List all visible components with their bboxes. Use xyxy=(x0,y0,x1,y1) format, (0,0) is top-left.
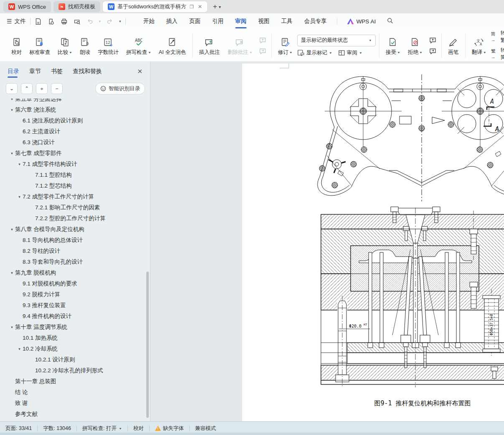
toc-item[interactable]: 参考文献 xyxy=(0,409,146,420)
toc-item[interactable]: ▾第九章 脱模机构 xyxy=(0,267,146,278)
toc-collapse-arrow-icon[interactable]: ▾ xyxy=(16,347,23,351)
toc-item[interactable]: ▾第六章 浇注系统 xyxy=(0,104,146,115)
toc-collapse-arrow-icon[interactable]: ▾ xyxy=(16,195,23,199)
previous-change-button[interactable] xyxy=(428,36,438,44)
toc-item[interactable]: 7.1.2 型芯结构 xyxy=(0,181,146,191)
export-icon[interactable] xyxy=(48,18,55,25)
next-comment-button[interactable] xyxy=(258,47,268,55)
toc-item[interactable]: 7.2.2 型腔的工作尺寸的计算 xyxy=(0,213,146,224)
toc-item[interactable]: ▾第七章 成型零部件 xyxy=(0,148,146,159)
toc-item[interactable]: 致 谢 xyxy=(0,398,146,409)
sidebar-tab-contents[interactable]: 目录 xyxy=(8,68,19,79)
to-simplified-button[interactable]: 繁→ 转简 xyxy=(491,47,504,61)
toc-item[interactable]: ▾7.2 成型零件工作尺寸的计算 xyxy=(0,191,146,202)
menu-reference[interactable]: 引用 xyxy=(206,15,229,28)
delete-comment-button[interactable]: 删除批注▼ xyxy=(224,33,255,58)
proofread-button[interactable]: 校对 xyxy=(8,33,25,58)
collapse-all-button[interactable]: − xyxy=(51,83,63,94)
toc-collapse-arrow-icon[interactable]: ▾ xyxy=(9,271,15,275)
toc-item[interactable]: ▾第五章 分型面选择 xyxy=(0,99,146,104)
undo-chevron-icon[interactable]: ▾ xyxy=(99,19,101,23)
tab-window-icon[interactable]: ❐ xyxy=(190,4,194,10)
compatibility-mode-badge[interactable]: 兼容模式 xyxy=(190,425,221,432)
ink-pen-button[interactable]: 画笔 xyxy=(445,33,462,58)
sidebar-scrollbar[interactable] xyxy=(146,272,149,418)
toc-item[interactable]: ▾第八章 合模导向及定位机构 xyxy=(0,224,146,235)
spellcheck-indicator[interactable]: 拼写检查: 打开▼ xyxy=(77,425,127,432)
sidebar-tab-bookmarks[interactable]: 书签 xyxy=(51,68,63,79)
word-count-indicator[interactable]: 字数: 13046 xyxy=(38,425,76,432)
toc-collapse-arrow-icon[interactable]: ▾ xyxy=(9,99,15,101)
toc-item[interactable]: 10.1 加热系统 xyxy=(0,333,146,343)
toc-item[interactable]: 6.1 浇注系统的设计原则 xyxy=(0,115,146,126)
toc-item[interactable]: 9.2 脱模力计算 xyxy=(0,289,146,300)
print-icon[interactable] xyxy=(61,18,68,25)
toc-collapse-arrow-icon[interactable]: ▾ xyxy=(9,325,15,329)
reject-change-button[interactable]: 拒绝▼ xyxy=(405,33,425,58)
document-page[interactable]: A A xyxy=(242,64,504,421)
toc-item[interactable]: 7.2.1 影响工作尺寸的因素 xyxy=(0,202,146,213)
tab-document[interactable]: W 基于solidworks的游戏手柄方 ❐ ✕ xyxy=(103,1,207,12)
collapse-item-button[interactable]: ⌄ xyxy=(6,83,18,94)
tab-list-chevron-icon[interactable]: ▾ xyxy=(219,5,221,9)
sidebar-close-icon[interactable]: ✕ xyxy=(137,68,143,75)
menu-member[interactable]: 会员专享 xyxy=(298,15,333,28)
compare-button[interactable]: 比较▼ xyxy=(55,33,75,58)
show-markup-button[interactable]: 显示标记▼ xyxy=(297,49,332,56)
search-icon[interactable] xyxy=(387,17,394,25)
menu-review[interactable]: 审阅 xyxy=(229,15,252,28)
expand-item-button[interactable]: ⌃ xyxy=(21,83,33,94)
insert-comment-button[interactable]: 插入批注 xyxy=(196,33,223,58)
markup-state-select[interactable]: 显示标记的最终状态 ▼ xyxy=(297,35,376,46)
toc-item[interactable]: 6.2 主流道设计 xyxy=(0,126,146,137)
translate-button[interactable]: 文A 翻译▼ xyxy=(469,33,489,58)
menu-insert[interactable]: 插入 xyxy=(160,15,183,28)
previous-comment-button[interactable] xyxy=(258,36,268,44)
smart-toc-button[interactable]: 智能识别目录 xyxy=(95,83,145,94)
document-area[interactable]: A A xyxy=(150,62,504,421)
tab-docer-template[interactable]: ❧ 找稻壳模板 xyxy=(53,1,100,12)
to-traditional-button[interactable]: 简→ 转繁 xyxy=(491,30,504,44)
toc-item[interactable]: 9.1 对脱模机构的要求 xyxy=(0,278,146,289)
spell-check-button[interactable]: ABC 拼写检查▼ xyxy=(123,33,154,58)
toc-item[interactable]: 第十一章 总装图 xyxy=(0,376,146,387)
toc-item[interactable]: 8.3 导套和导向孔的设计 xyxy=(0,257,146,267)
toc-collapse-arrow-icon[interactable]: ▾ xyxy=(9,108,15,112)
toc-item[interactable]: 9.4 推件机构的设计 xyxy=(0,311,146,322)
quickbar-chevron-icon[interactable]: ▾ xyxy=(119,19,121,23)
print-preview-icon[interactable] xyxy=(74,18,81,25)
menu-home[interactable]: 开始 xyxy=(137,15,160,28)
redo-icon[interactable] xyxy=(107,18,113,25)
wps-ai-button[interactable]: WPS AI xyxy=(347,18,376,25)
read-aloud-button[interactable]: 朗读 xyxy=(77,33,93,58)
accept-change-button[interactable]: 接受▼ xyxy=(383,33,403,58)
toc-item[interactable]: 9.3 推杆复位装置 xyxy=(0,300,146,311)
toc-collapse-arrow-icon[interactable]: ▾ xyxy=(16,162,23,166)
menu-page[interactable]: 页面 xyxy=(183,15,206,28)
sidebar-tab-chapters[interactable]: 章节 xyxy=(29,68,41,79)
toc-item[interactable]: 7.1.1 型腔结构 xyxy=(0,170,146,181)
undo-icon[interactable] xyxy=(87,18,93,25)
review-pane-button[interactable]: 审阅▼ xyxy=(338,49,362,56)
track-changes-button[interactable]: 修订▼ xyxy=(275,33,295,58)
toc-item[interactable]: 结 论 xyxy=(0,387,146,398)
page-indicator[interactable]: 页面: 33/41 xyxy=(0,425,37,432)
toc-item[interactable]: 10.2.1 设计原则 xyxy=(0,354,146,365)
toc-item[interactable]: ▾7.1 成型零件结构设计 xyxy=(0,159,146,170)
save-icon[interactable] xyxy=(35,18,42,25)
toc-item[interactable]: ▾10.2 冷却系统 xyxy=(0,343,146,354)
toc-collapse-arrow-icon[interactable]: ▾ xyxy=(9,151,15,155)
ai-polish-button[interactable]: AI 全文润色 xyxy=(156,33,189,58)
tab-wps-office[interactable]: W WPS Office xyxy=(3,1,51,12)
next-change-button[interactable] xyxy=(428,47,438,55)
expand-all-button[interactable]: ＋ xyxy=(36,83,48,94)
word-count-button[interactable]: 12 字数统计 xyxy=(95,33,122,58)
menu-tools[interactable]: 工具 xyxy=(275,15,298,28)
missing-font-warning[interactable]: 缺失字体 xyxy=(150,425,189,432)
file-menu[interactable]: ☰ 文件 xyxy=(7,18,26,25)
new-tab-button[interactable]: + xyxy=(213,3,217,11)
toc-item[interactable]: ▾第十章 温度调节系统 xyxy=(0,322,146,333)
toc-item[interactable]: 10.2.2 冷却水孔的排列形式 xyxy=(0,365,146,376)
menu-view[interactable]: 视图 xyxy=(252,15,275,28)
proofread-status[interactable]: 校对 xyxy=(128,425,149,432)
